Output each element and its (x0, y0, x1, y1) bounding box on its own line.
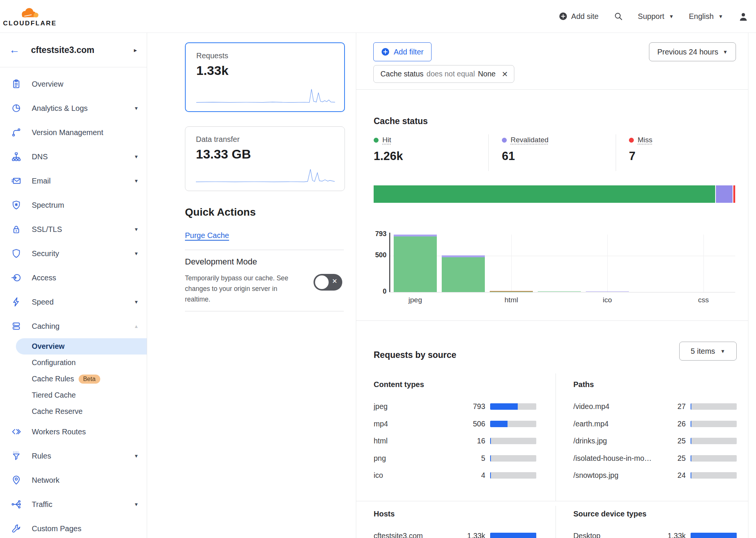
sidebar-item-rules[interactable]: Rules▾ (0, 444, 147, 468)
chevron-down-icon: ▾ (135, 153, 138, 160)
sidebar-item-access[interactable]: Access (0, 266, 147, 290)
development-mode-description: Temporarily bypass our cache. See change… (185, 273, 298, 305)
search-button[interactable] (614, 12, 623, 21)
sidebar-item-workers-routes[interactable]: Workers Routes (0, 420, 147, 444)
source-device-types-panel: Source device types Desktop1.33k (573, 510, 737, 538)
rules-icon (11, 451, 21, 461)
row-bar (490, 472, 536, 479)
divider (185, 311, 344, 311)
sidebar-item-caching[interactable]: Caching▴ (0, 314, 147, 338)
row-label: /snowtops.jpg (573, 471, 658, 480)
row-label: Desktop (573, 532, 658, 538)
time-range-select[interactable]: Previous 24 hours ▼ (649, 42, 736, 61)
row-value: 793 (458, 402, 485, 411)
divider (185, 250, 344, 250)
development-mode-toggle[interactable]: ✕ (314, 274, 342, 291)
top-header: CLOUDFLARE Add site Support ▼ English ▼ (0, 0, 756, 33)
remove-filter-icon[interactable]: ✕ (501, 70, 508, 79)
row-bar (691, 403, 737, 410)
panel-title: Hosts (374, 510, 536, 518)
plus-circle-icon (381, 48, 390, 56)
chevron-down-icon: ▼ (720, 348, 725, 354)
row-label: jpeg (374, 402, 458, 411)
row-value: 506 (458, 420, 485, 428)
sidebar-subitem-tiered-cache[interactable]: Tiered Cache (0, 387, 147, 403)
table-row: /drinks.jpg25 (573, 432, 737, 450)
sidebar-item-dns[interactable]: DNS▾ (0, 145, 147, 169)
sidebar-item-spectrum[interactable]: Spectrum (0, 193, 147, 217)
data-transfer-card[interactable]: Data transfer 13.33 GB (185, 126, 345, 191)
requests-card[interactable]: Requests 1.33k (185, 42, 345, 112)
x-tick-label: jpeg (394, 296, 437, 304)
chevron-down-icon: ▾ (135, 250, 138, 257)
language-menu[interactable]: English ▼ (689, 12, 723, 21)
purge-cache-link[interactable]: Purge Cache (185, 231, 229, 240)
bar-col2 (442, 255, 485, 292)
row-bar (691, 533, 737, 538)
paths-panel: Paths /video.mp427/earth.mp426/drinks.jp… (573, 380, 737, 484)
row-label: mp4 (374, 420, 458, 428)
gridline-vertical (703, 235, 704, 292)
sidebar-item-traffic[interactable]: Traffic▾ (0, 492, 147, 516)
add-site-button[interactable]: Add site (559, 12, 598, 21)
x-tick-label: css (682, 296, 725, 304)
chevron-down-icon: ▾ (135, 299, 138, 305)
table-row: /earth.mp426 (573, 415, 737, 433)
stat-label[interactable]: Miss (638, 136, 652, 144)
cloudflare-cloud-icon (18, 6, 42, 19)
development-mode-title: Development Mode (185, 257, 257, 267)
miss-dot-icon (629, 138, 634, 143)
security-icon (11, 249, 21, 258)
chevron-down-icon: ▾ (135, 452, 138, 459)
sidebar-subitem-overview[interactable]: Overview (16, 338, 147, 355)
sidebar-item-overview[interactable]: Overview (0, 72, 147, 96)
overview-icon (11, 79, 21, 89)
row-value: 27 (658, 402, 686, 411)
sidebar-item-custom-pages[interactable]: Custom Pages (0, 516, 147, 538)
sidebar-subitem-cache-reserve[interactable]: Cache Reserve (0, 403, 147, 420)
row-value: 5 (458, 454, 485, 463)
card-title: Requests (196, 51, 334, 60)
items-count-select[interactable]: 5 items ▼ (679, 342, 737, 361)
card-title: Data transfer (196, 135, 334, 144)
sidebar-item-network[interactable]: Network (0, 468, 147, 492)
y-tick-label: 500 (359, 251, 387, 259)
add-filter-button[interactable]: Add filter (373, 42, 432, 61)
row-bar (691, 455, 737, 462)
analytics-icon (11, 103, 21, 113)
stat-label[interactable]: Revalidated (511, 136, 548, 144)
chevron-up-icon: ▴ (135, 323, 138, 330)
stacked-segment-revalidated (716, 185, 733, 203)
table-row: /isolated-house-in-mo…25 (573, 450, 737, 467)
cache-status-stacked-bar (374, 185, 735, 203)
table-row: Desktop1.33k (573, 527, 737, 538)
x-tick-label: html (490, 296, 533, 304)
cloudflare-dashboard: CLOUDFLARE Add site Support ▼ English ▼ (0, 0, 756, 538)
row-bar (691, 472, 737, 479)
stacked-segment-miss (733, 185, 735, 203)
row-bar (490, 403, 536, 410)
analytics-panel: Add filter Previous 24 hours ▼ Cache sta… (356, 33, 756, 538)
support-menu[interactable]: Support ▼ (638, 12, 674, 21)
user-menu[interactable] (738, 11, 748, 22)
sidebar-item-email[interactable]: Email▾ (0, 169, 147, 193)
sidebar-subitem-cache-rules[interactable]: Cache RulesBeta (0, 371, 147, 387)
table-row: mp4506 (374, 415, 536, 433)
table-row: png5 (374, 450, 536, 467)
chevron-right-icon[interactable]: ▸ (134, 47, 137, 54)
row-bar (490, 421, 536, 427)
data-transfer-sparkline (196, 166, 335, 185)
table-row: cftestsite3.com1.33k (374, 527, 536, 538)
stat-label[interactable]: Hit (382, 136, 391, 144)
row-label: /drinks.jpg (573, 437, 658, 445)
sidebar-nav: OverviewAnalytics & Logs▾Version Managem… (0, 72, 147, 538)
gridline-vertical (607, 235, 608, 292)
sidebar-subitem-configuration[interactable]: Configuration (0, 355, 147, 371)
sidebar-item-analytics-logs[interactable]: Analytics & Logs▾ (0, 96, 147, 120)
sidebar-item-speed[interactable]: Speed▾ (0, 290, 147, 314)
back-arrow-icon[interactable]: ← (9, 44, 20, 56)
hit-dot-icon (374, 138, 379, 143)
sidebar-item-ssl-tls[interactable]: SSL/TLS▾ (0, 217, 147, 241)
sidebar-item-version-management[interactable]: Version Management (0, 120, 147, 145)
sidebar-item-security[interactable]: Security▾ (0, 241, 147, 266)
